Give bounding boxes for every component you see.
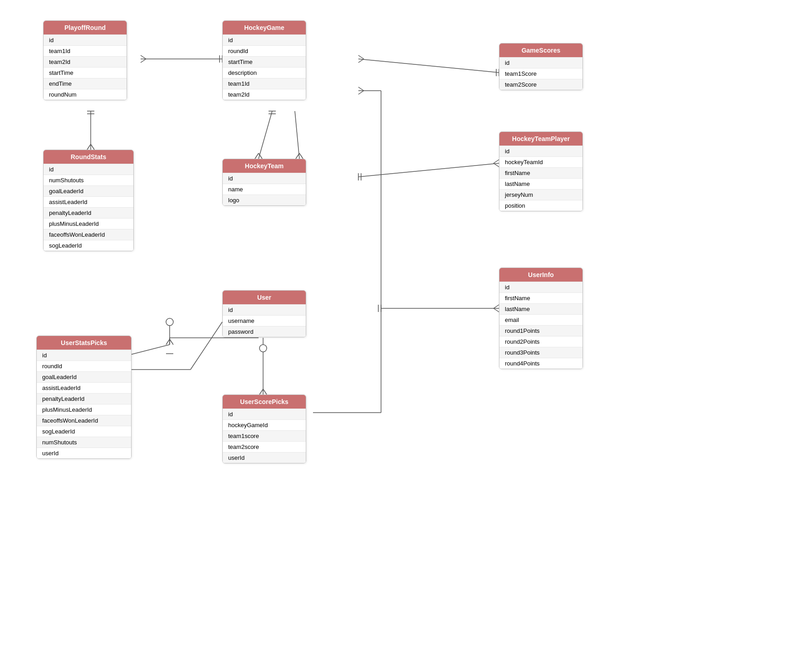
table-row: id [223, 409, 306, 419]
table-row: id [44, 34, 127, 45]
table-HockeyGame: HockeyGame id roundId startTime descript… [222, 20, 306, 100]
table-User: User id username password [222, 290, 306, 337]
svg-line-17 [259, 153, 262, 159]
table-row: assistLeaderId [44, 196, 133, 207]
table-header-HockeyGame: HockeyGame [223, 21, 306, 34]
svg-line-5 [358, 59, 499, 73]
table-row: id [223, 34, 306, 45]
table-body-User: id username password [223, 304, 306, 337]
svg-line-9 [358, 59, 364, 63]
table-row: userId [223, 452, 306, 463]
svg-line-49 [358, 87, 364, 91]
svg-line-27 [494, 163, 499, 167]
svg-line-52 [191, 322, 222, 370]
svg-line-39 [125, 345, 170, 356]
table-row: userId [37, 448, 131, 458]
table-row: team2score [223, 441, 306, 452]
table-HockeyTeamPlayer: HockeyTeamPlayer id hockeyTeamId firstNa… [499, 131, 583, 211]
table-row: roundId [37, 360, 131, 371]
table-header-RoundStats: RoundStats [44, 150, 133, 164]
table-row: firstName [499, 167, 582, 178]
table-row: round4Points [499, 358, 582, 369]
table-row: id [223, 173, 306, 184]
table-body-HockeyTeamPlayer: id hockeyTeamId firstName lastName jerse… [499, 146, 582, 211]
table-GameScores: GameScores id team1Score team2Score [499, 43, 583, 90]
table-body-GameScores: id team1Score team2Score [499, 57, 582, 90]
table-row: startTime [223, 56, 306, 67]
table-row: team1score [223, 430, 306, 441]
table-UserStatsPicks: UserStatsPicks id roundId goalLeaderId a… [36, 336, 132, 459]
table-row: description [223, 67, 306, 78]
table-row: team2Id [223, 89, 306, 100]
table-row: password [223, 326, 306, 337]
table-row: id [499, 146, 582, 156]
svg-line-26 [494, 160, 499, 163]
table-body-HockeyTeam: id name logo [223, 173, 306, 205]
svg-line-2 [141, 59, 146, 63]
table-row: email [499, 314, 582, 325]
table-row: name [223, 184, 306, 195]
table-row: sogLeaderId [37, 426, 131, 437]
table-row: plusMinusLeaderId [44, 218, 133, 229]
table-row: startTime [44, 67, 127, 78]
table-row: lastName [499, 303, 582, 314]
table-UserScorePicks: UserScorePicks id hockeyGameId team1scor… [222, 394, 306, 463]
svg-line-20 [295, 111, 299, 159]
svg-line-23 [358, 163, 499, 177]
table-row: roundId [223, 45, 306, 56]
table-header-User: User [223, 291, 306, 304]
table-body-UserScorePicks: id hockeyGameId team1score team2score us… [223, 409, 306, 463]
svg-line-15 [259, 111, 272, 159]
table-body-PlayoffRound: id team1Id team2Id startTime endTime rou… [44, 34, 127, 100]
table-row: goalLeaderId [44, 185, 133, 196]
table-row: team1Id [44, 45, 127, 56]
table-row: id [223, 304, 306, 315]
table-row: position [499, 200, 582, 211]
table-row: faceoffsWonLeaderId [37, 415, 131, 426]
table-row: firstName [499, 292, 582, 303]
table-row: sogLeaderId [44, 240, 133, 251]
table-header-HockeyTeam: HockeyTeam [223, 159, 306, 173]
table-row: team2Id [44, 56, 127, 67]
svg-line-50 [358, 91, 364, 94]
svg-line-11 [87, 144, 91, 150]
table-row: id [499, 282, 582, 292]
table-row: id [37, 350, 131, 360]
table-row: penaltyLeaderId [44, 207, 133, 218]
table-row: team1Id [223, 78, 306, 89]
table-row: endTime [44, 78, 127, 89]
svg-line-35 [166, 339, 170, 345]
table-row: username [223, 315, 306, 326]
table-header-HockeyTeamPlayer: HockeyTeamPlayer [499, 132, 582, 146]
table-body-HockeyGame: id roundId startTime description team1Id… [223, 34, 306, 100]
svg-point-33 [166, 318, 173, 326]
svg-line-45 [263, 389, 267, 394]
table-header-UserStatsPicks: UserStatsPicks [37, 336, 131, 350]
table-body-UserInfo: id firstName lastName email round1Points… [499, 282, 582, 369]
svg-line-29 [494, 305, 499, 308]
erd-diagram: PlayoffRound id team1Id team2Id startTim… [0, 0, 802, 672]
svg-line-16 [255, 153, 259, 159]
table-row: id [44, 164, 133, 175]
svg-line-22 [299, 153, 303, 159]
table-row: faceoffsWonLeaderId [44, 229, 133, 240]
table-row: logo [223, 195, 306, 205]
table-header-GameScores: GameScores [499, 44, 582, 57]
table-row: assistLeaderId [37, 382, 131, 393]
table-row: jerseyNum [499, 189, 582, 200]
svg-line-12 [91, 144, 94, 150]
table-row: round3Points [499, 347, 582, 358]
table-PlayoffRound: PlayoffRound id team1Id team2Id startTim… [43, 20, 127, 100]
table-HockeyTeam: HockeyTeam id name logo [222, 159, 306, 206]
table-row: penaltyLeaderId [37, 393, 131, 404]
svg-line-36 [170, 339, 173, 345]
table-row: lastName [499, 178, 582, 189]
table-row: team2Score [499, 79, 582, 90]
table-row: team1Score [499, 68, 582, 79]
table-row: round1Points [499, 325, 582, 336]
table-row: roundNum [44, 89, 127, 100]
table-row: plusMinusLeaderId [37, 404, 131, 415]
table-row: numShutouts [37, 437, 131, 448]
table-UserInfo: UserInfo id firstName lastName email rou… [499, 268, 583, 369]
table-row: hockeyGameId [223, 419, 306, 430]
